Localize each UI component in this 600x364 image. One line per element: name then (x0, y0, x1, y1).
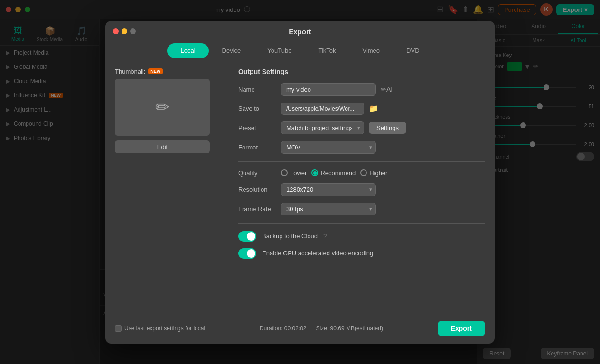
dialog-titlebar: Export (105, 21, 495, 36)
nav-tab-vimeo[interactable]: Vimeo (349, 43, 393, 58)
format-select-wrapper: MOV MP4 AVI (281, 141, 376, 154)
save-to-label: Save to (238, 105, 276, 112)
ai-icon[interactable]: ✏AI (381, 85, 393, 93)
thumbnail-preview: ✏ (115, 79, 210, 136)
dialog-nav: Local Device YouTube TikTok Vimeo DVD (115, 43, 485, 58)
dialog-title: Export (289, 28, 311, 36)
last-settings-checkbox[interactable] (115, 325, 122, 332)
last-settings-checkbox-label[interactable]: Use last export settings for local (115, 325, 205, 332)
backup-toggle-knob (247, 232, 255, 241)
format-row: Format MOV MP4 AVI (238, 141, 485, 154)
frame-rate-select-wrapper: 24 fps 25 fps 30 fps 60 fps (281, 203, 376, 215)
name-row: Name ✏AI (238, 83, 485, 96)
nav-tab-device[interactable]: Device (209, 43, 254, 58)
preset-row: Preset Match to project settings Setting… (238, 121, 485, 134)
footer-left: Use last export settings for local (115, 325, 205, 332)
preset-select-wrapper: Match to project settings (281, 121, 364, 134)
settings-divider (238, 161, 485, 162)
quality-row: Quality Lower Recommend Higher (238, 169, 485, 177)
nav-tab-tiktok[interactable]: TikTok (305, 43, 349, 58)
format-label: Format (238, 144, 276, 151)
gpu-toggle-row: Enable GPU accelerated video encoding (238, 248, 485, 259)
backup-toggle-row: Backup to the Cloud ? (238, 231, 485, 242)
quality-recommend[interactable]: Recommend (311, 169, 356, 177)
export-dialog: Export Local Device YouTube TikTok Vimeo… (105, 21, 495, 344)
radio-lower[interactable] (281, 169, 288, 176)
radio-inner (313, 171, 317, 175)
dialog-traffic-lights (113, 28, 136, 34)
frame-rate-label: Frame Rate (238, 205, 276, 213)
modal-overlay: Export Local Device YouTube TikTok Vimeo… (0, 0, 600, 364)
settings-button[interactable]: Settings (369, 122, 406, 134)
radio-recommend[interactable] (311, 169, 318, 176)
backup-label: Backup to the Cloud (262, 233, 318, 240)
nav-tab-dvd[interactable]: DVD (393, 43, 432, 58)
gpu-toggle-knob (247, 249, 255, 258)
gpu-toggle[interactable] (238, 248, 256, 259)
output-settings-title: Output Settings (238, 68, 485, 75)
save-to-row: Save to /Users/apple/Movies/Wor... 📁 (238, 103, 485, 115)
thumbnail-section: Thumbnail: NEW ✏ Edit (115, 68, 229, 305)
output-settings-section: Output Settings Name ✏AI Save to /Users/… (229, 68, 485, 305)
preset-select[interactable]: Match to project settings (281, 121, 364, 134)
duration-info: Duration: 00:02:02 (260, 325, 307, 332)
toggles-divider (238, 223, 485, 224)
dialog-tl-yellow[interactable] (122, 28, 127, 34)
nav-tab-youtube[interactable]: YouTube (254, 43, 305, 58)
quality-higher[interactable]: Higher (360, 169, 387, 177)
export-confirm-button[interactable]: Export (438, 321, 485, 336)
resolution-label: Resolution (238, 186, 276, 193)
name-input[interactable] (281, 83, 376, 96)
backup-toggle[interactable] (238, 231, 256, 242)
pencil-icon: ✏ (155, 97, 169, 117)
preset-label: Preset (238, 124, 276, 131)
format-select[interactable]: MOV MP4 AVI (281, 141, 376, 154)
dialog-body: Thumbnail: NEW ✏ Edit Output Settings Na… (105, 58, 495, 315)
radio-higher[interactable] (360, 169, 367, 176)
footer-center: Duration: 00:02:02 Size: 90.69 MB(estima… (260, 325, 383, 332)
folder-open-button[interactable]: 📁 (369, 104, 378, 113)
thumbnail-new-badge: NEW (148, 68, 163, 74)
resolution-select-wrapper: 1280x720 1920x1080 3840x2160 (281, 183, 376, 196)
resolution-select[interactable]: 1280x720 1920x1080 3840x2160 (281, 183, 376, 196)
name-label: Name (238, 86, 276, 93)
size-info: Size: 90.69 MB(estimated) (316, 325, 383, 332)
quality-lower[interactable]: Lower (281, 169, 307, 177)
help-icon[interactable]: ? (323, 233, 327, 240)
resolution-row: Resolution 1280x720 1920x1080 3840x2160 (238, 183, 485, 196)
gpu-label: Enable GPU accelerated video encoding (262, 250, 373, 257)
save-to-value: /Users/apple/Movies/Wor... (281, 103, 364, 115)
frame-rate-row: Frame Rate 24 fps 25 fps 30 fps 60 fps (238, 203, 485, 215)
thumbnail-edit-button[interactable]: Edit (115, 140, 210, 153)
nav-tab-local[interactable]: Local (167, 43, 208, 58)
dialog-footer: Use last export settings for local Durat… (105, 315, 495, 344)
last-settings-label: Use last export settings for local (124, 325, 205, 332)
dialog-tl-red[interactable] (113, 28, 119, 34)
dialog-tl-green[interactable] (130, 28, 136, 34)
thumbnail-label: Thumbnail: NEW (115, 68, 229, 75)
quality-label: Quality (238, 169, 276, 177)
frame-rate-select[interactable]: 24 fps 25 fps 30 fps 60 fps (281, 203, 376, 215)
